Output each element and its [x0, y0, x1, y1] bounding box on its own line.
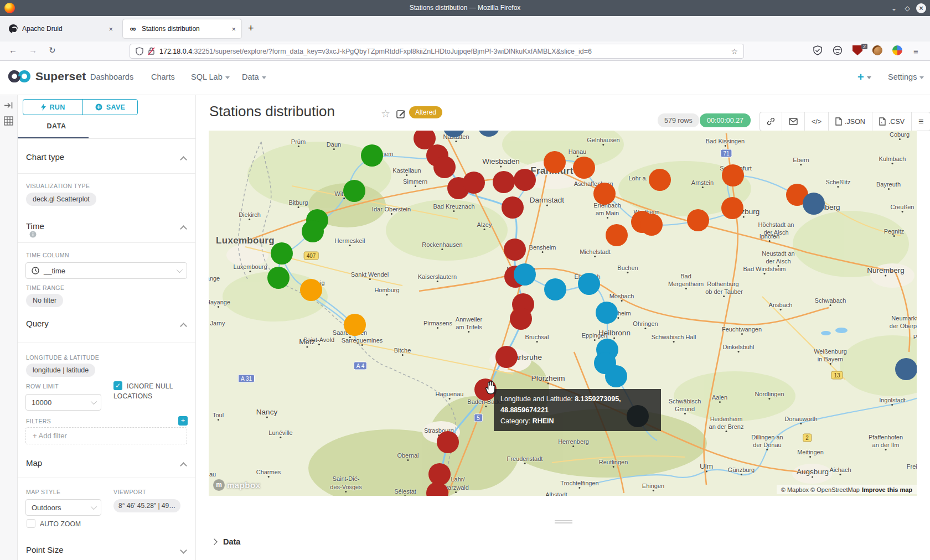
nav-charts[interactable]: Charts: [151, 72, 175, 81]
settings-menu[interactable]: Settings: [888, 72, 924, 81]
edit-pencil-icon[interactable]: [396, 109, 406, 118]
map-point[interactable]: [267, 267, 290, 289]
map-point[interactable]: [895, 358, 917, 380]
chevron-up-icon[interactable]: [180, 225, 187, 232]
section-point-size[interactable]: Point Size: [26, 545, 64, 554]
section-map[interactable]: Map: [26, 458, 42, 468]
panel-resize-handle[interactable]: [555, 520, 572, 525]
map-point[interactable]: [437, 431, 459, 453]
email-button[interactable]: [782, 112, 805, 131]
add-filter-plus-button[interactable]: +: [178, 416, 188, 426]
results-panel-toggle[interactable]: Data: [212, 537, 240, 546]
save-button[interactable]: SAVE: [83, 100, 137, 115]
chevron-up-icon[interactable]: [180, 462, 187, 469]
map-style-select[interactable]: Outdoors: [25, 499, 101, 516]
map-point[interactable]: [573, 157, 595, 179]
map-point[interactable]: [514, 263, 536, 286]
map-point[interactable]: [721, 197, 743, 219]
map-point[interactable]: [433, 156, 456, 178]
map-point[interactable]: [495, 346, 518, 368]
time-range-value[interactable]: No filter: [26, 294, 63, 307]
map-point[interactable]: [493, 171, 515, 193]
map-point[interactable]: [596, 302, 618, 324]
protections-shield-icon[interactable]: [813, 45, 823, 55]
map-point[interactable]: [300, 279, 322, 301]
map-point[interactable]: [361, 144, 383, 167]
map-point[interactable]: [502, 196, 524, 219]
add-filter-box[interactable]: + Add filter: [25, 427, 187, 444]
map-point[interactable]: [343, 180, 365, 202]
map-point[interactable]: [510, 308, 532, 330]
tab-close-icon[interactable]: ×: [231, 25, 236, 33]
nav-data[interactable]: Data: [242, 72, 266, 81]
extension-pinwheel-icon[interactable]: [892, 45, 902, 55]
mapbox-logo[interactable]: m mapbox: [213, 479, 261, 491]
map-point[interactable]: [544, 278, 566, 300]
time-column-select[interactable]: __time: [25, 262, 187, 279]
map-point[interactable]: [504, 238, 526, 261]
viz-type-value[interactable]: deck.gl Scatterplot: [26, 193, 96, 206]
map-point[interactable]: [722, 164, 744, 186]
expand-panel-icon[interactable]: [4, 101, 13, 110]
tab-stations-distribution[interactable]: ∞ Stations distribution ×: [123, 19, 241, 38]
container-mask-icon[interactable]: [833, 45, 843, 55]
map-point[interactable]: [593, 183, 616, 205]
map-point[interactable]: [463, 172, 485, 194]
embed-code-button[interactable]: </>: [805, 112, 829, 131]
map-point[interactable]: [640, 214, 663, 236]
chevron-up-icon[interactable]: [180, 323, 187, 330]
map-point[interactable]: [803, 193, 825, 215]
altered-badge[interactable]: Altered: [409, 106, 442, 118]
chevron-up-icon[interactable]: [180, 156, 187, 163]
section-time[interactable]: Time: [26, 221, 44, 238]
nav-dashboards[interactable]: Dashboards: [90, 72, 133, 81]
chart-menu-button[interactable]: ≡: [912, 112, 930, 131]
bookmark-star-icon[interactable]: ☆: [731, 47, 738, 56]
export-json-button[interactable]: .JSON: [829, 112, 872, 131]
reload-icon[interactable]: ↻: [49, 45, 56, 55]
copy-link-button[interactable]: [760, 112, 782, 131]
row-limit-select[interactable]: 10000: [25, 394, 101, 411]
map-point[interactable]: [514, 169, 536, 191]
viewport-value[interactable]: 8° 46' 45.28" | 49…: [113, 499, 180, 512]
lonlat-value[interactable]: longitude | latitude: [26, 364, 95, 377]
section-chart-type[interactable]: Chart type: [26, 152, 64, 162]
section-query[interactable]: Query: [26, 319, 49, 328]
tab-apache-druid[interactable]: Apache Druid ×: [3, 19, 118, 38]
superset-brand[interactable]: Superset: [8, 69, 86, 84]
ignore-null-checkbox[interactable]: ✓: [113, 381, 122, 390]
auto-zoom-checkbox[interactable]: [27, 519, 35, 528]
insecure-lock-icon[interactable]: [148, 47, 155, 55]
window-minimize-icon[interactable]: ⌄: [889, 3, 899, 13]
map-point[interactable]: [302, 220, 324, 242]
map-point[interactable]: [605, 365, 627, 387]
cookie-icon[interactable]: [872, 45, 882, 55]
map-point[interactable]: [649, 169, 671, 191]
new-item-button[interactable]: +: [857, 71, 871, 84]
map-point[interactable]: [687, 209, 709, 231]
favorite-star-icon[interactable]: ☆: [381, 107, 390, 120]
run-button[interactable]: RUN: [23, 100, 83, 115]
window-close-icon[interactable]: ×: [916, 3, 926, 13]
tab-close-icon[interactable]: ×: [108, 25, 113, 33]
dataset-grid-icon[interactable]: [4, 116, 13, 126]
forward-icon[interactable]: →: [29, 45, 37, 55]
export-csv-button[interactable]: x .CSV: [872, 112, 912, 131]
map-point[interactable]: [578, 273, 600, 295]
tracking-shield-icon[interactable]: [136, 47, 143, 55]
back-icon[interactable]: ←: [9, 45, 17, 55]
deckgl-scatterplot-map[interactable]: PrümDaunCochemNastättenKastellaunSimmern…: [209, 131, 917, 496]
browser-menu-icon[interactable]: ≡: [913, 46, 918, 56]
nav-sql-lab[interactable]: SQL Lab: [191, 72, 230, 81]
chevron-down-icon[interactable]: [180, 547, 187, 554]
improve-map-link[interactable]: Improve this map: [862, 486, 912, 493]
window-maximize-icon[interactable]: ◇: [902, 3, 912, 13]
map-point[interactable]: [271, 242, 293, 265]
map-point[interactable]: [606, 224, 628, 246]
new-tab-button[interactable]: +: [248, 23, 254, 34]
map-point[interactable]: [344, 314, 366, 336]
url-text[interactable]: 172.18.0.4:32251/superset/explore/?form_…: [159, 48, 726, 55]
tab-data[interactable]: DATA: [40, 122, 73, 130]
url-bar[interactable]: 172.18.0.4:32251/superset/explore/?form_…: [130, 44, 744, 59]
map-point[interactable]: [544, 151, 566, 173]
